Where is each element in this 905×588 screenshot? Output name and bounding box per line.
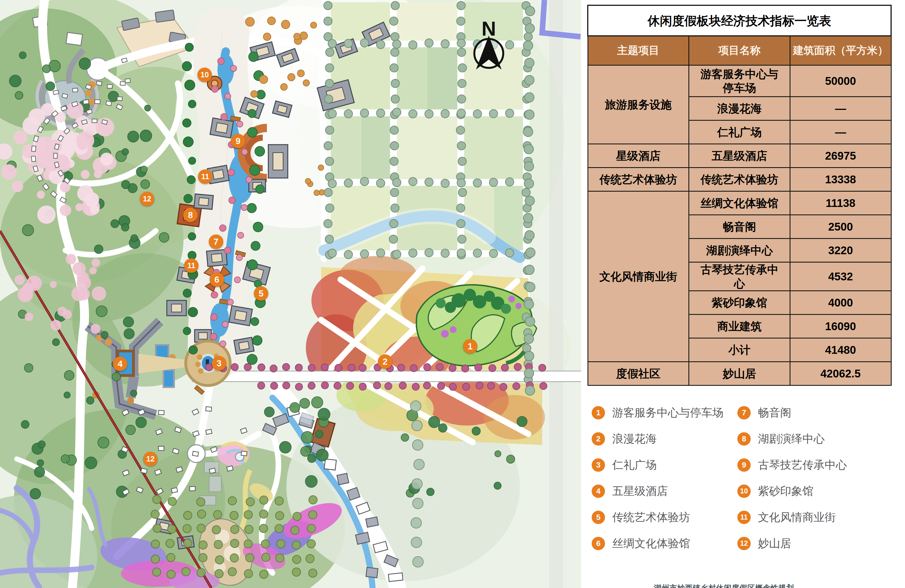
north-label: N (481, 17, 496, 40)
legend-item-label: 丝绸文化体验馆 (612, 536, 690, 551)
legend-marker: 6 (592, 537, 605, 550)
area-cell: 4532 (790, 262, 891, 291)
theme-cell: 传统艺术体验坊 (588, 168, 689, 191)
map-marker-12: 12 (143, 452, 158, 466)
theme-cell: 度假社区 (588, 362, 689, 386)
project-cell: 商业建筑 (689, 315, 790, 338)
legend-marker: 8 (737, 432, 751, 446)
legend-marker: 5 (592, 511, 605, 524)
table-title: 休闲度假板块经济技术指标一览表 (588, 5, 891, 36)
project-cell: 五星级酒店 (689, 144, 790, 168)
legend-item-label: 游客服务中心与停车场 (612, 405, 724, 420)
area-cell: — (790, 121, 891, 144)
legend-item-label: 紫砂印象馆 (758, 483, 813, 499)
project-cell: 仁礼广场 (689, 121, 790, 144)
legend-item: 10紫砂印象馆 (737, 483, 813, 499)
area-cell: 3220 (790, 238, 891, 262)
area-cell: 41480 (790, 338, 891, 362)
legend-marker: 11 (737, 511, 751, 524)
legend-item-label: 浪漫花海 (612, 431, 657, 447)
theme-cell: 文化风情商业街 (588, 191, 689, 362)
table-header-row: 主题项目 项目名称 建筑面积（平方米） (588, 36, 891, 65)
legend-item: 3仁礼广场 (592, 457, 657, 473)
map-marker-11: 11 (198, 169, 213, 184)
area-cell: 11138 (790, 191, 891, 215)
col-header-area: 建筑面积（平方米） (790, 36, 891, 65)
project-cell: 丝绸文化体验馆 (689, 191, 790, 215)
map-marker-7: 7 (209, 234, 223, 249)
project-cell: 小计 (689, 338, 790, 362)
area-cell: 50000 (790, 65, 891, 97)
table-row: 旅游服务设施游客服务中心与停车场50000 (588, 65, 891, 97)
map-marker-4: 4 (113, 357, 127, 371)
plan-map-illustration: N (0, 0, 581, 588)
map-marker-6: 6 (210, 272, 224, 287)
page: N 1234567891011111212 休闲度假板块经济技术指标一览表 主题… (0, 0, 905, 588)
indicator-table: 休闲度假板块经济技术指标一览表 主题项目 项目名称 建筑面积（平方米） 旅游服务… (587, 5, 892, 386)
map-marker-8: 8 (183, 208, 198, 222)
col-header-project: 项目名称 (689, 36, 790, 65)
theme-cell: 星级酒店 (588, 144, 689, 168)
legend-item-label: 传统艺术体验坊 (612, 510, 690, 525)
legend-item: 4五星级酒店 (592, 483, 668, 499)
project-cell: 紫砂印象馆 (689, 291, 790, 315)
map-marker-12: 12 (140, 192, 154, 206)
legend-item-label: 畅音阁 (758, 405, 791, 420)
bottom-caption: 湖州市妙西镇乡村休闲度假区概念性规划 (654, 583, 794, 588)
legend-item: 12妙山居 (737, 536, 791, 551)
area-cell: — (790, 97, 891, 121)
project-cell: 妙山居 (689, 362, 790, 386)
area-cell: 16090 (790, 315, 891, 338)
project-cell: 湖剧演绎中心 (689, 238, 790, 262)
legend-item: 1游客服务中心与停车场 (592, 405, 724, 420)
legend-item: 6丝绸文化体验馆 (592, 536, 690, 551)
legend-item: 9古琴技艺传承中心 (737, 457, 847, 473)
legend-marker: 2 (592, 432, 605, 446)
area-cell: 13338 (790, 168, 891, 191)
map-marker-11: 11 (184, 258, 198, 273)
legend-item: 5传统艺术体验坊 (592, 510, 690, 525)
area-cell: 2500 (790, 215, 891, 238)
col-header-theme: 主题项目 (588, 36, 689, 65)
map-marker-2: 2 (378, 354, 392, 369)
project-cell: 古琴技艺传承中心 (689, 262, 790, 291)
table-row: 传统艺术体验坊传统艺术体验坊13338 (588, 168, 891, 191)
project-cell: 浪漫花海 (689, 97, 790, 121)
legend-item: 8湖剧演绎中心 (737, 431, 825, 447)
area-cell: 26975 (790, 144, 891, 168)
table-row: 度假社区妙山居42062.5 (588, 362, 891, 386)
area-cell: 42062.5 (790, 362, 891, 386)
project-cell: 畅音阁 (689, 215, 790, 238)
table-row: 文化风情商业街丝绸文化体验馆11138 (588, 191, 891, 215)
legend-item: 2浪漫花海 (592, 431, 657, 447)
legend-marker: 4 (592, 485, 605, 498)
map-marker-3: 3 (212, 356, 226, 370)
legend-marker: 9 (737, 458, 751, 472)
map-marker-5: 5 (254, 286, 268, 301)
map-marker-10: 10 (197, 68, 212, 82)
theme-cell: 旅游服务设施 (588, 65, 689, 144)
legend-item-label: 妙山居 (758, 536, 791, 551)
legend-item-label: 五星级酒店 (612, 483, 668, 499)
legend-item: 11文化风情商业街 (737, 510, 836, 525)
area-cell: 4000 (790, 291, 891, 315)
legend-item-label: 湖剧演绎中心 (758, 431, 825, 447)
legend-item-label: 文化风情商业街 (758, 510, 836, 525)
legend-item-label: 仁礼广场 (612, 457, 657, 473)
legend-item: 7畅音阁 (737, 405, 791, 420)
master-plan-map: N 1234567891011111212 (0, 0, 581, 588)
legend-marker: 3 (592, 458, 605, 472)
legend-marker: 7 (737, 406, 751, 420)
legend-marker: 12 (737, 537, 751, 550)
map-marker-9: 9 (231, 134, 245, 148)
legend-item-label: 古琴技艺传承中心 (758, 457, 847, 473)
table-row: 星级酒店五星级酒店26975 (588, 144, 891, 168)
main-road (192, 371, 581, 381)
legend-marker: 1 (592, 406, 605, 420)
project-cell: 游客服务中心与停车场 (689, 65, 790, 97)
map-marker-1: 1 (463, 339, 477, 354)
project-cell: 传统艺术体验坊 (689, 168, 790, 191)
legend-marker: 10 (737, 485, 751, 498)
